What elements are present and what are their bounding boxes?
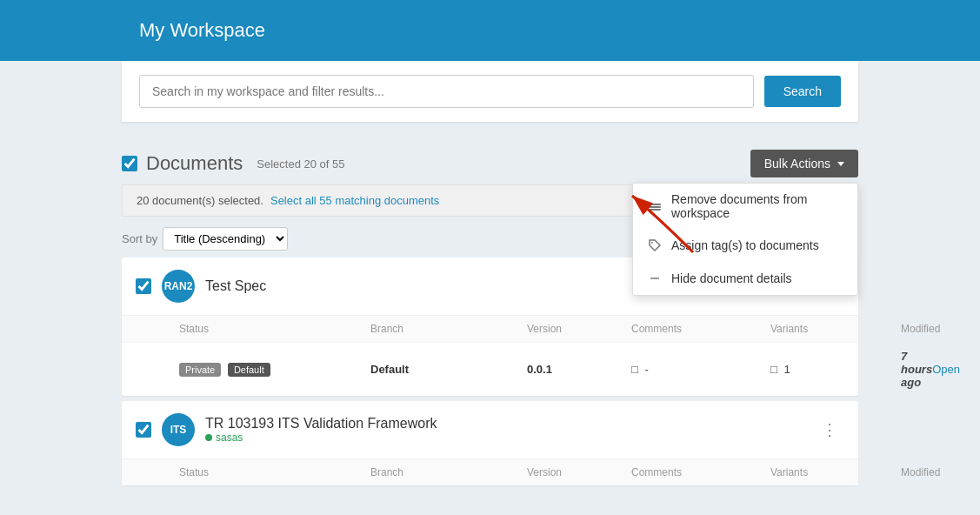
col-modified: Modified: [901, 319, 940, 338]
doc-columns-header-2: Status Branch Version Comments Variants …: [122, 458, 858, 485]
doc-more-button-2[interactable]: ⋮: [815, 417, 844, 443]
doc-variants-1: □ 1: [770, 363, 901, 376]
bulk-actions-label: Bulk Actions: [764, 157, 830, 171]
doc-card-2: ITS TR 103193 ITS Validation Framework s…: [122, 401, 858, 485]
doc-avatar-1: RAN2: [162, 270, 195, 303]
doc-open-link-1[interactable]: Open: [932, 363, 960, 376]
col-branch: Branch: [370, 319, 527, 338]
doc-checkbox-1[interactable]: [136, 278, 151, 294]
page-title: My Workspace: [139, 19, 265, 42]
col-variants-2: Variants: [770, 463, 901, 482]
doc-modified-1: 7 hours ago: [901, 350, 932, 389]
col-version-2: Version: [527, 463, 631, 482]
col-branch-2: Branch: [370, 463, 527, 482]
doc-branch-1: Default: [370, 363, 527, 376]
doc-columns-header-1: Status Branch Version Comments Variants …: [122, 315, 858, 342]
doc-action-1: Open: [932, 363, 980, 376]
sort-select[interactable]: Title (Descending): [163, 227, 288, 251]
minus-icon: [647, 271, 663, 286]
comment-icon: □: [631, 363, 638, 376]
doc-data-row-1: Private Default Default 0.0.1 □ - □ 1 7 …: [122, 342, 858, 396]
selection-count-text: 20 document(s) selected.: [137, 194, 263, 207]
tag-icon: [647, 237, 663, 253]
sort-by-label: Sort by: [122, 232, 157, 245]
col-action: [940, 319, 980, 338]
bulk-actions-button[interactable]: Bulk Actions: [750, 150, 858, 177]
dropdown-item-remove[interactable]: Remove documents from workspace: [633, 184, 857, 229]
tag-private: Private: [179, 363, 221, 377]
remove-docs-label: Remove documents from workspace: [671, 192, 843, 220]
col-version: Version: [527, 319, 631, 338]
dropdown-item-hide[interactable]: Hide document details: [633, 262, 857, 295]
svg-rect-0: [649, 204, 661, 205]
svg-point-3: [651, 242, 653, 244]
col-variants: Variants: [770, 319, 901, 338]
doc-version-1: 0.0.1: [527, 363, 631, 376]
col-comments: Comments: [631, 319, 770, 338]
dropdown-item-tag[interactable]: Assign tag(s) to documents: [633, 229, 857, 262]
documents-section-title: Documents: [146, 152, 243, 175]
subtitle-dot-icon: [205, 434, 212, 441]
col-modified-2: Modified: [901, 463, 940, 482]
search-area: Search: [122, 61, 858, 122]
select-all-matching-link[interactable]: Select all 55 matching documents: [270, 194, 439, 207]
documents-header-left: Documents Selected 20 of 55: [122, 152, 344, 175]
col-action-2: [940, 463, 980, 482]
doc-info-2: TR 103193 ITS Validation Framework sasas: [205, 416, 804, 444]
svg-rect-2: [649, 209, 661, 211]
doc-subtitle-2: sasas: [205, 431, 804, 444]
doc-name-2: TR 103193 ITS Validation Framework: [205, 416, 804, 431]
doc-checkbox-2[interactable]: [136, 422, 151, 438]
top-header: My Workspace: [0, 0, 980, 61]
variant-icon: □: [770, 363, 777, 376]
comment-value-1: -: [644, 363, 648, 376]
layers-icon: [647, 198, 663, 214]
col-status: Status: [179, 319, 370, 338]
assign-tag-label: Assign tag(s) to documents: [671, 238, 819, 252]
svg-rect-1: [649, 206, 661, 208]
select-all-checkbox[interactable]: [122, 156, 137, 171]
col-comments-2: Comments: [631, 463, 770, 482]
documents-section: Documents Selected 20 of 55 Bulk Actions: [122, 143, 858, 485]
hide-details-label: Hide document details: [671, 271, 792, 285]
search-button[interactable]: Search: [764, 76, 841, 107]
col-status-2: Status: [179, 463, 370, 482]
selected-count-label: Selected 20 of 55: [257, 157, 344, 171]
bulk-actions-wrapper: Bulk Actions Remove documents fr: [750, 150, 858, 177]
doc-status-1: Private Default: [179, 363, 370, 376]
doc-subtitle-text-2: sasas: [216, 431, 243, 444]
search-input[interactable]: [139, 75, 754, 108]
variant-value-1: 1: [783, 363, 790, 376]
documents-header: Documents Selected 20 of 55 Bulk Actions: [122, 143, 858, 184]
doc-card-header-2: ITS TR 103193 ITS Validation Framework s…: [122, 401, 858, 458]
doc-avatar-2: ITS: [162, 413, 195, 446]
doc-comments-1: □ -: [631, 363, 770, 376]
tag-default: Default: [228, 363, 270, 377]
chevron-down-icon: [837, 162, 844, 166]
bulk-actions-dropdown: Remove documents from workspace Assign t…: [632, 183, 858, 296]
